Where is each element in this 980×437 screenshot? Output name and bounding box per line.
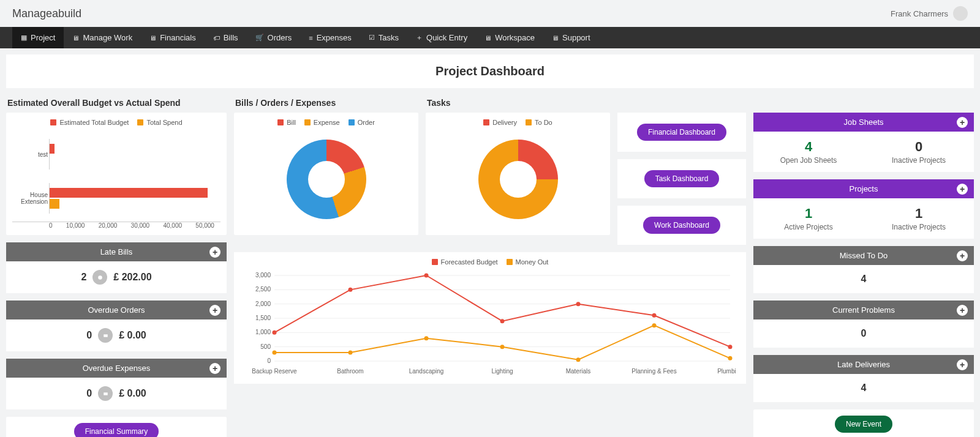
avatar-icon[interactable] xyxy=(953,6,968,21)
nav-bills[interactable]: 🏷Bills xyxy=(205,27,247,48)
open-job-sheets-count: 4 xyxy=(761,139,856,155)
work-dashboard-button[interactable]: Work Dashboard xyxy=(643,217,720,234)
svg-text:1,000: 1,000 xyxy=(255,329,271,335)
inactive-projects-count: 0 xyxy=(871,139,967,155)
boe-chart-card: Bill Expense Order xyxy=(234,113,418,235)
overdue-orders-body: 0 £ 0.00 xyxy=(6,319,227,351)
nav-orders[interactable]: 🛒Orders xyxy=(247,27,301,48)
current-problems-header[interactable]: Current Problems+ xyxy=(753,301,974,319)
nav-quick-entry[interactable]: ＋Quick Entry xyxy=(407,27,476,48)
svg-text:2,500: 2,500 xyxy=(255,286,271,293)
overdue-orders-card: Overdue Orders + 0 £ 0.00 xyxy=(6,301,227,351)
job-sheets-card: Job Sheets + 4Open Job Sheets 0Inactive … xyxy=(753,113,974,172)
nav-project[interactable]: ▦Project xyxy=(12,27,64,48)
plus-icon[interactable]: + xyxy=(957,117,968,128)
legend-label: To Do xyxy=(535,119,552,126)
nav-manage-work[interactable]: 🖥Manage Work xyxy=(64,27,141,48)
overdue-expenses-body: 0 £ 0.00 xyxy=(6,378,227,409)
legend-label: Bill xyxy=(287,119,296,126)
inactive-projects-count2: 1 xyxy=(871,206,967,222)
nav-icon: ☑ xyxy=(369,34,375,42)
section-title-tasks: Tasks xyxy=(426,95,610,113)
forecast-line-chart: 05001,0001,5002,0002,5003,000Backup Rese… xyxy=(244,269,736,379)
late-deliveries-header[interactable]: Late Deliveries+ xyxy=(753,355,974,374)
svg-text:Landscaping: Landscaping xyxy=(409,368,444,375)
nav-tasks[interactable]: ☑Tasks xyxy=(360,27,407,48)
legend-label: Forecasted Budget xyxy=(441,258,498,266)
forecast-chart-card: Forecasted Budget Money Out 05001,0001,5… xyxy=(234,252,746,384)
money-icon xyxy=(92,270,107,285)
svg-text:0: 0 xyxy=(267,357,271,364)
svg-text:Plumbing: Plumbing xyxy=(717,368,736,375)
late-deliveries-card: Late Deliveries+ 4 xyxy=(753,355,974,402)
svg-text:1,500: 1,500 xyxy=(255,315,271,321)
late-bills-header[interactable]: Late Bills + xyxy=(6,242,227,261)
navbar: ▦Project🖥Manage Work🖥Financials🏷Bills🛒Or… xyxy=(0,27,980,48)
financial-dashboard-button[interactable]: Financial Dashboard xyxy=(637,124,726,141)
missed-todo-card: Missed To Do+ 4 xyxy=(753,246,974,293)
svg-text:Lighting: Lighting xyxy=(491,368,513,375)
svg-text:Backup Reserve: Backup Reserve xyxy=(252,368,297,375)
nav-icon: 🏷 xyxy=(213,34,220,42)
legend-label: Order xyxy=(358,119,375,126)
missed-todo-header[interactable]: Missed To Do+ xyxy=(753,246,974,265)
plus-icon[interactable]: + xyxy=(957,250,968,261)
job-sheets-header[interactable]: Job Sheets + xyxy=(753,113,974,132)
svg-text:2,000: 2,000 xyxy=(255,301,271,307)
budget-legend: Estimated Total Budget Total Spend xyxy=(12,119,221,126)
nav-icon: ＋ xyxy=(416,33,423,42)
plus-icon[interactable]: + xyxy=(957,305,968,316)
nav-financials[interactable]: 🖥Financials xyxy=(141,27,205,48)
nav-icon: 🖥 xyxy=(149,34,156,42)
svg-point-0 xyxy=(98,275,102,280)
plus-icon[interactable]: + xyxy=(209,305,221,316)
cart-icon xyxy=(98,386,113,401)
overdue-orders-header[interactable]: Overdue Orders + xyxy=(6,301,227,319)
late-bills-body: 2 £ 202.00 xyxy=(6,261,227,293)
projects-card: Projects + 1Active Projects 1Inactive Pr… xyxy=(753,179,974,239)
overdue-expenses-header[interactable]: Overdue Expenses + xyxy=(6,359,227,378)
user-name: Frank Charmers xyxy=(891,9,948,18)
plus-icon[interactable]: + xyxy=(957,184,968,195)
nav-workspace[interactable]: 🖥Workspace xyxy=(476,27,543,48)
missed-todo-value: 4 xyxy=(861,274,867,285)
active-projects-count: 1 xyxy=(761,206,856,222)
plus-icon[interactable]: + xyxy=(957,359,968,370)
current-problems-card: Current Problems+ 0 xyxy=(753,301,974,348)
plus-icon[interactable]: + xyxy=(209,247,221,258)
nav-icon: 🖥 xyxy=(552,34,559,42)
task-dashboard-button[interactable]: Task Dashboard xyxy=(644,170,720,187)
svg-text:Materials: Materials xyxy=(566,368,591,375)
svg-text:3,000: 3,000 xyxy=(255,272,271,278)
brand: Manageabuild xyxy=(12,7,81,20)
section-title-budget: Estimated Overall Budget vs Actual Spend xyxy=(6,95,227,113)
user-area[interactable]: Frank Charmers xyxy=(891,6,968,21)
nav-icon: 🖥 xyxy=(72,34,79,42)
svg-text:500: 500 xyxy=(260,343,271,350)
financial-summary-button[interactable]: Financial Summary xyxy=(74,423,159,437)
legend-label: Delivery xyxy=(492,119,517,126)
late-deliveries-value: 4 xyxy=(861,383,867,394)
nav-icon: ≡ xyxy=(309,34,312,42)
financial-summary-card: Financial Summary xyxy=(6,417,227,437)
overdue-expenses-card: Overdue Expenses + 0 £ 0.00 xyxy=(6,359,227,409)
svg-text:Planning & Fees: Planning & Fees xyxy=(631,368,676,375)
topbar: Manageabuild Frank Charmers xyxy=(0,0,980,27)
nav-support[interactable]: 🖥Support xyxy=(543,27,599,48)
nav-icon: ▦ xyxy=(21,34,27,42)
legend-label: Expense xyxy=(314,119,340,126)
tasks-chart-card: Delivery To Do xyxy=(426,113,610,235)
cart-icon xyxy=(98,328,113,343)
new-event-card: New Event xyxy=(753,409,974,437)
projects-header[interactable]: Projects + xyxy=(753,179,974,198)
plus-icon[interactable]: + xyxy=(209,363,221,374)
nav-expenses[interactable]: ≡Expenses xyxy=(300,27,360,48)
new-event-button[interactable]: New Event xyxy=(835,416,892,433)
legend-label: Total Spend xyxy=(146,119,182,126)
legend-label: Estimated Total Budget xyxy=(59,119,129,126)
page-title: Project Dashboard xyxy=(6,54,974,88)
nav-icon: 🛒 xyxy=(255,34,264,42)
late-bills-card: Late Bills + 2 £ 202.00 xyxy=(6,242,227,293)
svg-rect-2 xyxy=(104,392,108,395)
budget-chart-card: Estimated Total Budget Total Spend testH… xyxy=(6,113,227,235)
